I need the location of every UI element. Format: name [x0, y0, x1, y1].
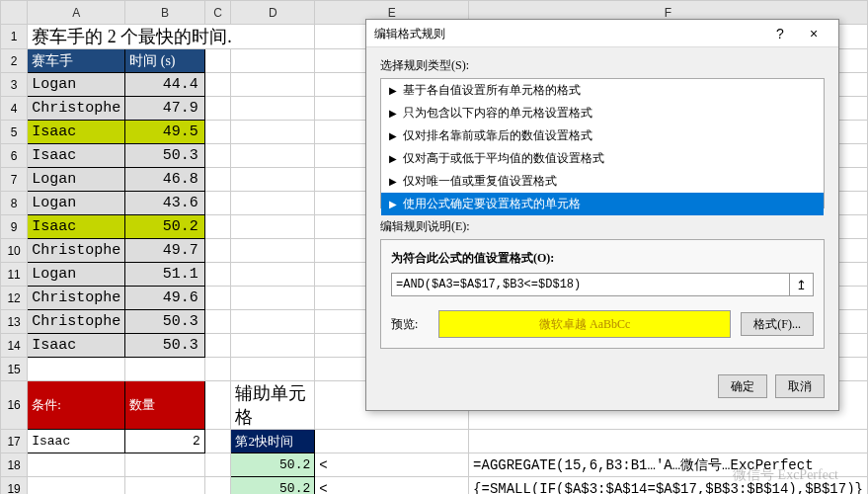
cell[interactable] [204, 121, 231, 144]
data-name-cell[interactable]: Christophe [28, 97, 125, 121]
row-header[interactable]: 18 [1, 453, 28, 477]
rule-type-item[interactable]: ▶仅对排名靠前或靠后的数值设置格式 [381, 124, 824, 147]
aux-val2[interactable]: 50.2 [231, 477, 315, 495]
cell[interactable] [204, 310, 231, 334]
help-button[interactable]: ? [763, 20, 797, 47]
cell[interactable] [204, 334, 231, 358]
data-name-cell[interactable]: Christophe [28, 310, 125, 334]
cell[interactable] [204, 358, 231, 381]
cell[interactable] [204, 287, 231, 310]
cond-label[interactable]: 条件: [28, 381, 125, 430]
rule-type-list[interactable]: ▶基于各自值设置所有单元格的格式▶只为包含以下内容的单元格设置格式▶仅对排名靠前… [380, 78, 825, 208]
row-header[interactable]: 10 [1, 239, 28, 263]
cell[interactable] [231, 358, 315, 381]
row-header[interactable]: 13 [1, 310, 28, 334]
row-header[interactable]: 3 [1, 73, 28, 97]
cancel-button[interactable]: 取消 [775, 374, 825, 398]
row-header[interactable]: 9 [1, 215, 28, 239]
row-header[interactable]: 16 [1, 381, 28, 430]
ok-button[interactable]: 确定 [718, 374, 767, 398]
data-name-cell[interactable]: Logan [28, 263, 125, 287]
cell[interactable] [204, 215, 231, 239]
data-name-cell[interactable]: Isaac [28, 121, 125, 144]
cell[interactable] [125, 453, 205, 477]
cell[interactable] [231, 334, 315, 358]
range-picker-button[interactable]: ↥ [790, 273, 814, 296]
cell[interactable] [231, 192, 315, 215]
cell[interactable] [204, 263, 231, 287]
data-time-cell[interactable]: 50.3 [125, 334, 205, 358]
cell[interactable] [28, 477, 125, 495]
title-cell[interactable]: 赛车手的 2 个最快的时间. [28, 25, 315, 49]
row-header[interactable]: 7 [1, 168, 28, 192]
row-header[interactable]: 17 [1, 430, 28, 453]
row-header[interactable]: 14 [1, 334, 28, 358]
rule-type-item[interactable]: ▶只为包含以下内容的单元格设置格式 [381, 102, 824, 124]
data-name-cell[interactable]: Isaac [28, 215, 125, 239]
cell[interactable] [204, 49, 231, 73]
col-header-a[interactable]: A [28, 1, 125, 25]
data-time-cell[interactable]: 43.6 [125, 192, 205, 215]
cond-qty[interactable]: 2 [125, 430, 205, 453]
col-header-b[interactable]: B [125, 1, 205, 25]
data-name-cell[interactable]: Logan [28, 192, 125, 215]
cell[interactable] [204, 430, 231, 453]
cond-name[interactable]: Isaac [28, 430, 125, 453]
row-header[interactable]: 11 [1, 263, 28, 287]
cell[interactable] [231, 215, 315, 239]
data-name-cell[interactable]: Isaac [28, 334, 125, 358]
close-button[interactable]: × [797, 20, 830, 47]
cell[interactable] [231, 287, 315, 310]
row-header[interactable]: 12 [1, 287, 28, 310]
rule-type-item[interactable]: ▶基于各自值设置所有单元格的格式 [381, 79, 824, 102]
aux-header[interactable]: 第2快时间 [231, 430, 315, 453]
data-name-cell[interactable]: Christophe [28, 239, 125, 263]
cell[interactable] [204, 239, 231, 263]
data-time-cell[interactable]: 49.6 [125, 287, 205, 310]
cell[interactable] [231, 144, 315, 168]
prefix-cell[interactable]: < [315, 453, 469, 477]
corner-cell[interactable] [1, 1, 28, 25]
cell[interactable] [204, 73, 231, 97]
cell[interactable] [231, 168, 315, 192]
header-name[interactable]: 赛车手 [28, 49, 125, 73]
cell[interactable] [231, 97, 315, 121]
data-time-cell[interactable]: 50.3 [125, 310, 205, 334]
data-time-cell[interactable]: 50.2 [125, 215, 205, 239]
cell[interactable] [231, 263, 315, 287]
format-button[interactable]: 格式(F)... [741, 312, 814, 336]
row-header[interactable]: 8 [1, 192, 28, 215]
prefix-cell[interactable]: < [315, 477, 469, 495]
cell[interactable] [231, 310, 315, 334]
col-header-c[interactable]: C [204, 1, 231, 25]
row-header[interactable]: 5 [1, 121, 28, 144]
cell[interactable] [231, 73, 315, 97]
row-header[interactable]: 6 [1, 144, 28, 168]
data-time-cell[interactable]: 51.1 [125, 263, 205, 287]
data-time-cell[interactable]: 49.5 [125, 121, 205, 144]
data-name-cell[interactable]: Logan [28, 73, 125, 97]
formula-input[interactable] [391, 273, 790, 296]
header-time[interactable]: 时间 (s) [125, 49, 205, 73]
row-header[interactable]: 4 [1, 97, 28, 121]
data-time-cell[interactable]: 47.9 [125, 97, 205, 121]
row-header[interactable]: 15 [1, 358, 28, 381]
data-time-cell[interactable]: 50.3 [125, 144, 205, 168]
row-header[interactable]: 2 [1, 49, 28, 73]
cell[interactable] [315, 430, 469, 453]
cell[interactable] [28, 358, 125, 381]
rule-type-item[interactable]: ▶仅对唯一值或重复值设置格式 [381, 170, 824, 193]
cell[interactable] [204, 192, 231, 215]
data-name-cell[interactable]: Isaac [28, 144, 125, 168]
cell[interactable] [204, 144, 231, 168]
cell[interactable] [204, 168, 231, 192]
row-header[interactable]: 19 [1, 477, 28, 495]
data-time-cell[interactable]: 44.4 [125, 73, 205, 97]
cell[interactable] [204, 477, 231, 495]
data-name-cell[interactable]: Christophe [28, 287, 125, 310]
cell[interactable] [231, 121, 315, 144]
aux-val1[interactable]: 50.2 [231, 453, 315, 477]
data-time-cell[interactable]: 49.7 [125, 239, 205, 263]
cell[interactable] [469, 430, 868, 453]
col-header-d[interactable]: D [231, 1, 315, 25]
